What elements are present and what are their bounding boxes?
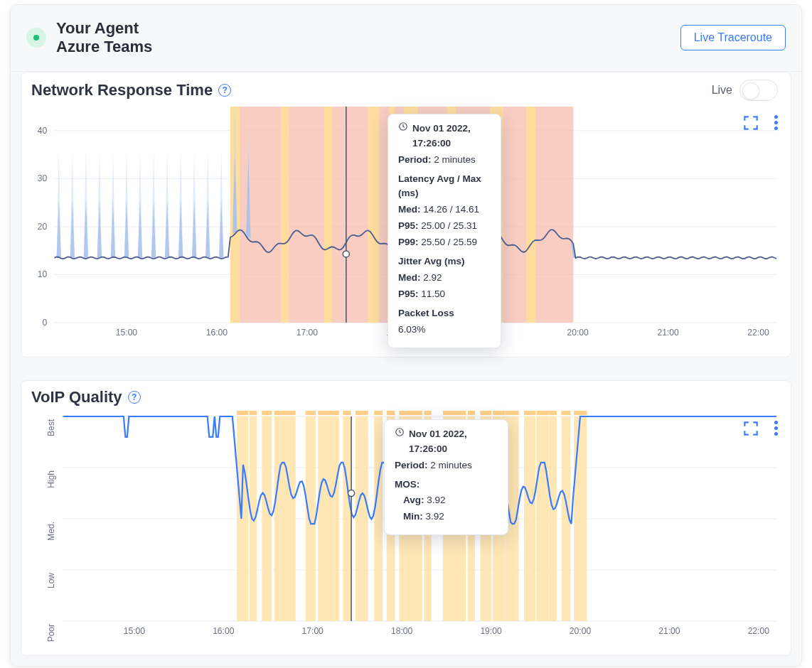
svg-rect-91 <box>537 411 549 415</box>
svg-rect-72 <box>287 411 295 415</box>
svg-point-21 <box>343 251 349 257</box>
svg-rect-86 <box>481 411 492 415</box>
svg-text:21:00: 21:00 <box>658 626 680 636</box>
svg-rect-90 <box>524 411 535 415</box>
svg-text:0: 0 <box>43 318 48 328</box>
svg-rect-75 <box>331 411 339 415</box>
svg-text:40: 40 <box>38 126 48 136</box>
svg-text:22:00: 22:00 <box>747 328 769 338</box>
svg-text:19:00: 19:00 <box>480 626 502 636</box>
svg-rect-73 <box>306 411 316 415</box>
network-tooltip: Nov 01 2022, 17:26:00 Period: 2 minutes … <box>388 114 501 348</box>
svg-rect-71 <box>274 411 287 415</box>
svg-rect-49 <box>343 416 351 621</box>
svg-text:22:00: 22:00 <box>748 626 770 636</box>
svg-text:10: 10 <box>38 269 48 279</box>
svg-rect-63 <box>524 416 535 621</box>
svg-rect-45 <box>287 416 295 621</box>
live-label: Live <box>712 84 732 97</box>
voip-quality-card: VoIP Quality ? PoorLowMed.HighBest15:001… <box>21 380 791 656</box>
svg-rect-46 <box>306 416 316 621</box>
voip-tooltip: Nov 01 2022, 17:26:00 Period: 2 minutes … <box>384 419 508 536</box>
svg-rect-84 <box>455 411 466 415</box>
svg-rect-44 <box>274 416 287 621</box>
svg-rect-69 <box>250 411 257 415</box>
svg-rect-92 <box>549 411 557 415</box>
svg-text:15:00: 15:00 <box>124 626 146 636</box>
svg-rect-80 <box>399 411 412 415</box>
svg-text:Low: Low <box>46 572 56 588</box>
expand-icon[interactable] <box>742 114 760 132</box>
expand-icon[interactable] <box>742 419 760 438</box>
network-response-time-title: Network Response Time <box>31 81 213 99</box>
svg-rect-62 <box>511 416 518 621</box>
page-header: Your Agent Azure Teams Live Traceroute <box>11 5 801 72</box>
svg-rect-79 <box>387 411 395 415</box>
live-traceroute-button[interactable]: Live Traceroute <box>680 25 786 50</box>
svg-rect-94 <box>574 411 587 415</box>
more-options-icon[interactable] <box>774 115 778 130</box>
svg-text:17:00: 17:00 <box>297 328 319 338</box>
svg-rect-77 <box>356 411 368 415</box>
svg-text:15:00: 15:00 <box>116 328 138 338</box>
voip-quality-chart[interactable]: PoorLowMed.HighBest15:0016:0017:0018:001… <box>28 406 784 648</box>
svg-rect-19 <box>526 107 535 323</box>
svg-rect-93 <box>562 411 571 415</box>
svg-rect-14 <box>368 107 379 323</box>
more-options-icon[interactable] <box>774 421 778 436</box>
svg-rect-47 <box>318 416 331 621</box>
svg-rect-81 <box>412 411 422 415</box>
svg-text:20: 20 <box>38 222 48 232</box>
svg-rect-68 <box>237 411 248 415</box>
live-toggle[interactable] <box>739 80 778 101</box>
svg-text:20:00: 20:00 <box>570 626 592 636</box>
svg-rect-70 <box>262 411 272 415</box>
svg-text:21:00: 21:00 <box>657 328 679 338</box>
svg-text:High: High <box>46 470 56 488</box>
svg-text:Med.: Med. <box>46 522 56 541</box>
page-title: Your Agent Azure Teams <box>56 19 152 57</box>
svg-rect-65 <box>549 416 557 621</box>
help-icon[interactable]: ? <box>218 84 231 97</box>
svg-text:16:00: 16:00 <box>206 328 228 338</box>
svg-rect-64 <box>537 416 549 621</box>
svg-rect-85 <box>468 411 475 415</box>
svg-text:Best: Best <box>46 419 56 436</box>
svg-text:20:00: 20:00 <box>567 328 589 338</box>
svg-rect-51 <box>374 416 383 621</box>
svg-rect-41 <box>237 416 248 621</box>
svg-text:Poor: Poor <box>46 624 56 642</box>
svg-rect-50 <box>356 416 368 621</box>
voip-quality-title: VoIP Quality <box>31 388 122 406</box>
status-indicator <box>26 28 46 48</box>
svg-text:16:00: 16:00 <box>213 626 235 636</box>
svg-rect-74 <box>318 411 331 415</box>
svg-rect-48 <box>331 416 339 621</box>
svg-rect-87 <box>493 411 505 415</box>
svg-point-96 <box>348 490 355 496</box>
help-icon[interactable]: ? <box>128 391 141 404</box>
svg-rect-13 <box>324 107 332 323</box>
svg-rect-43 <box>262 416 272 621</box>
network-response-time-card: Network Response Time ? Live 01020304015… <box>21 72 791 357</box>
svg-rect-12 <box>281 107 289 323</box>
svg-text:30: 30 <box>38 173 48 183</box>
svg-text:17:00: 17:00 <box>302 626 324 636</box>
svg-rect-78 <box>374 411 383 415</box>
svg-rect-67 <box>574 416 587 621</box>
svg-rect-89 <box>511 411 518 415</box>
svg-text:18:00: 18:00 <box>391 626 413 636</box>
svg-rect-83 <box>443 411 456 415</box>
svg-rect-82 <box>424 411 431 415</box>
network-response-time-chart[interactable]: 01020304015:0016:0017:0018:0019:0020:002… <box>28 101 784 350</box>
svg-rect-76 <box>343 411 351 415</box>
